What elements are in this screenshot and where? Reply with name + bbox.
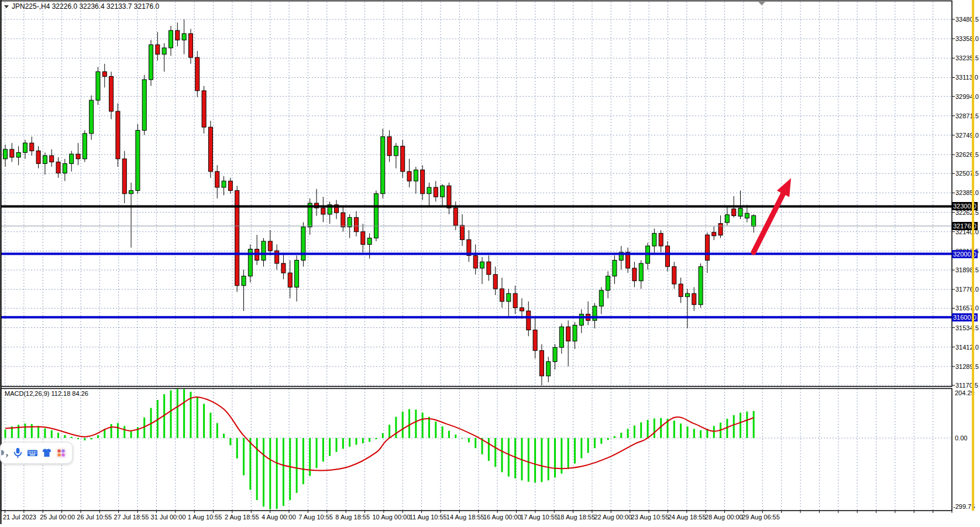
macd-scale-zero: 0.00	[955, 434, 967, 442]
macd-histogram-bar	[620, 433, 622, 438]
macd-histogram-bar	[408, 409, 410, 438]
macd-histogram-bar	[349, 438, 350, 447]
candle-bull	[367, 238, 372, 245]
price-axis-label: 31412.0	[955, 344, 979, 351]
macd-histogram-bar	[462, 438, 463, 439]
macd-histogram-bar	[236, 438, 238, 458]
price-axis-label: 31657.0	[955, 304, 979, 312]
microphone-icon[interactable]	[12, 447, 23, 459]
candle-bull	[573, 325, 577, 341]
trading-chart-window: JPN225-,H4 32226.0 32236.4 32133.7 32176…	[0, 0, 980, 527]
candle-bear	[275, 251, 279, 264]
time-axis-label: 29 Aug 06:55	[742, 514, 780, 521]
candle-bull	[699, 266, 703, 304]
candle-bear	[202, 91, 206, 127]
macd-histogram-bar	[302, 438, 304, 484]
candle-bear	[513, 293, 517, 307]
macd-histogram-bar	[322, 438, 324, 461]
time-axis-label: 4 Aug 00:00	[262, 514, 296, 521]
candle-bear	[453, 208, 458, 225]
macd-histogram-bar	[77, 438, 79, 439]
candle-bull	[394, 146, 398, 156]
candle-bear	[520, 308, 524, 311]
macd-histogram-bar	[64, 435, 66, 438]
keyboard-icon[interactable]	[27, 447, 38, 459]
candle-bull	[82, 134, 87, 159]
candle-bear	[36, 151, 40, 164]
candle-bear	[473, 255, 477, 268]
candle-bear	[56, 162, 60, 173]
candle-bear	[109, 77, 114, 112]
candle-bull	[149, 45, 153, 80]
price-axis-label: 32626.5	[955, 151, 979, 158]
candle-bull	[222, 181, 226, 187]
macd-histogram-bar	[627, 429, 629, 438]
macd-histogram-bar	[474, 438, 476, 448]
candle-bull	[725, 215, 729, 223]
macd-histogram-bar	[693, 429, 695, 438]
price-axis-label: 31289.5	[955, 363, 979, 370]
price-axis-label: 32749.0	[955, 132, 979, 139]
time-axis-label: 22 Aug 00:00	[594, 514, 632, 521]
candle-bull	[136, 131, 140, 191]
macd-histogram-bar	[422, 413, 424, 438]
macd-histogram-bar	[388, 425, 390, 438]
macd-histogram-bar	[375, 438, 377, 439]
apps-grid-icon[interactable]	[56, 447, 67, 459]
macd-histogram-bar	[554, 438, 556, 477]
tshirt-icon[interactable]	[41, 447, 52, 459]
macd-histogram-bar	[289, 438, 291, 500]
chart-shift-marker-icon	[758, 2, 765, 5]
candle-bull	[414, 170, 418, 181]
macd-histogram-bar	[528, 438, 529, 482]
macd-histogram-bar	[534, 438, 536, 482]
candle-bear	[460, 225, 465, 239]
cursor-partial-icon[interactable]	[1, 447, 9, 459]
candle-bull	[162, 48, 166, 54]
candle-bear	[533, 330, 537, 350]
macd-histogram-bar	[263, 438, 264, 507]
macd-histogram-bar	[57, 433, 59, 438]
candle-bull	[381, 136, 385, 193]
symbol-dropdown-icon[interactable]	[4, 5, 9, 8]
candle-bull	[16, 152, 20, 157]
macd-histogram-bar	[673, 420, 675, 438]
candle-bear	[527, 311, 531, 330]
time-axis-label: 1 Aug 10:55	[188, 514, 222, 521]
candle-bull	[90, 100, 94, 134]
candle-bear	[421, 170, 425, 194]
candle-bear	[122, 159, 126, 194]
price-axis-label: 33480.5	[955, 16, 979, 23]
candle-bull	[169, 30, 173, 48]
macd-histogram-bar	[44, 429, 46, 438]
time-axis-label: 23 Aug 10:55	[631, 514, 669, 521]
macd-histogram-bar	[203, 404, 205, 438]
candle-bear	[447, 186, 451, 208]
macd-histogram-bar	[634, 426, 635, 438]
macd-histogram-bar	[276, 438, 278, 509]
macd-histogram-bar	[369, 438, 370, 442]
candle-bull	[427, 187, 431, 194]
candle-bull	[63, 163, 67, 173]
macd-histogram-bar	[468, 438, 470, 442]
macd-histogram-bar	[594, 438, 596, 448]
chart-canvas[interactable]	[0, 0, 980, 527]
candle-bear	[235, 190, 239, 285]
browser-extension-toolbar	[0, 442, 73, 464]
candle-bull	[295, 260, 299, 287]
candle-bear	[281, 264, 286, 273]
macd-histogram-bar	[740, 413, 741, 438]
macd-histogram-bar	[130, 431, 132, 438]
candle-bull	[553, 347, 557, 361]
trend-arrow-shaft	[754, 191, 785, 252]
symbol-ohlc-text: JPN225-,H4 32226.0 32236.4 32133.7 32176…	[12, 2, 159, 11]
macd-histogram-bar	[541, 438, 542, 482]
price-axis-label: 31898.5	[955, 266, 979, 273]
time-axis-label: 24 Aug 18:55	[668, 514, 706, 521]
candle-bull	[242, 276, 246, 285]
macd-histogram-bar	[283, 438, 284, 506]
macd-histogram-bar	[574, 438, 576, 464]
macd-histogram-bar	[216, 423, 218, 438]
macd-histogram-bar	[197, 396, 198, 438]
candle-bear	[487, 262, 491, 275]
